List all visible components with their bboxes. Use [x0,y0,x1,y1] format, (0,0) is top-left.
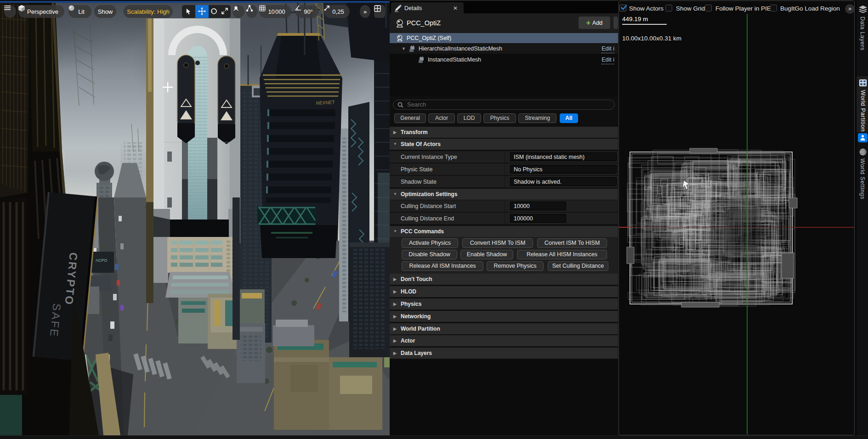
svg-text:ACPO: ACPO [96,258,108,263]
svg-text:NEXNET: NEXNET [316,100,335,106]
